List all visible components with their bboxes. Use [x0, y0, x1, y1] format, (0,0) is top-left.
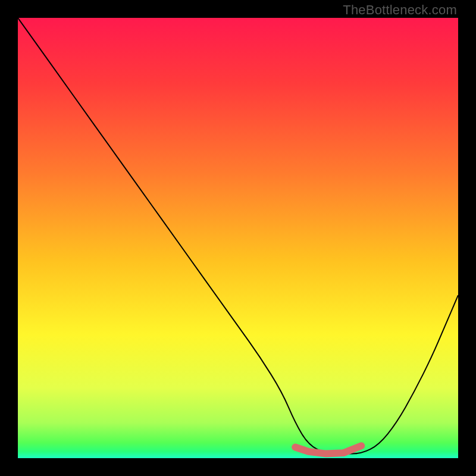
plot-area — [18, 18, 458, 458]
curve-layer — [18, 18, 458, 458]
watermark-text: TheBottleneck.com — [343, 2, 457, 18]
optimal-range-highlight — [295, 446, 361, 453]
chart-container: TheBottleneck.com — [0, 0, 476, 476]
bottleneck-curve — [18, 18, 458, 454]
